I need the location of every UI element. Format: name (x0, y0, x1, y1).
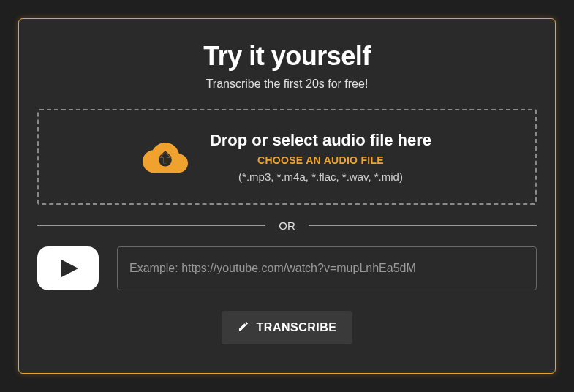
choose-file-label: CHOOSE AN AUDIO FILE (257, 154, 384, 166)
divider-line-left (37, 225, 265, 226)
youtube-url-input[interactable] (117, 246, 537, 290)
dropzone-title: Drop or select audio file here (210, 131, 431, 150)
transcribe-button[interactable]: TRANSCRIBE (222, 311, 353, 344)
youtube-input-row (37, 246, 537, 290)
page-subtitle: Transcribe the first 20s for free! (206, 78, 369, 91)
cloud-upload-icon (143, 138, 188, 176)
youtube-icon (37, 246, 99, 290)
dropzone-text-group: Drop or select audio file here CHOOSE AN… (210, 131, 431, 183)
supported-formats: (*.mp3, *.m4a, *.flac, *.wav, *.mid) (238, 170, 403, 183)
divider-label: OR (265, 219, 309, 232)
page-title: Try it yourself (203, 41, 371, 72)
try-it-card: Try it yourself Transcribe the first 20s… (18, 18, 556, 374)
transcribe-button-label: TRANSCRIBE (257, 321, 337, 334)
file-dropzone[interactable]: Drop or select audio file here CHOOSE AN… (37, 109, 537, 205)
or-divider: OR (37, 219, 537, 232)
pencil-icon (238, 320, 249, 335)
divider-line-right (309, 225, 537, 226)
